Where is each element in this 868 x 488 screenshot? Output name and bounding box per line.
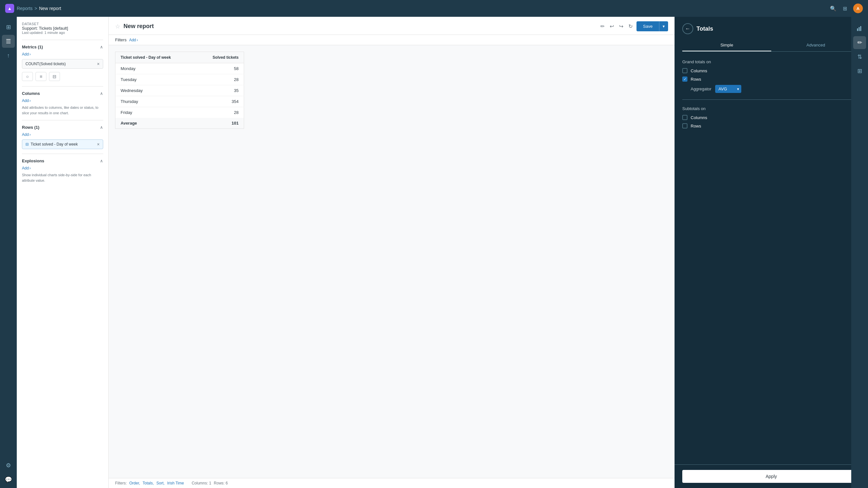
- table-cell-count: 28: [196, 74, 244, 85]
- panel-tabs: Simple Advanced: [682, 39, 860, 52]
- footer-totals[interactable]: Totals,: [143, 481, 154, 485]
- top-nav-icons: 🔍 ⊞ A: [830, 4, 863, 13]
- tab-simple[interactable]: Simple: [682, 39, 771, 51]
- strip-chart-icon[interactable]: [853, 22, 866, 35]
- totals-title: Totals: [696, 26, 713, 32]
- footer-sort[interactable]: Sort,: [156, 481, 164, 485]
- apply-btn-area: Apply: [675, 464, 868, 488]
- table-row: Monday 58: [116, 63, 244, 74]
- chart-btn-circle[interactable]: ○: [22, 72, 33, 81]
- svg-rect-0: [857, 28, 858, 31]
- table-footer: Filters: Order, Totals, Sort, Irish Time…: [108, 478, 675, 488]
- refresh-icon[interactable]: ↻: [627, 22, 634, 31]
- avatar[interactable]: A: [853, 4, 863, 13]
- grand-totals-columns-checkbox[interactable]: [682, 68, 687, 73]
- grand-totals-rows-label: Rows: [691, 77, 701, 82]
- grand-totals-label: Grand totals on: [682, 59, 860, 64]
- columns-toggle[interactable]: ∧: [100, 91, 103, 96]
- totals-panel: ← Totals Simple Advanced Grand totals on…: [675, 17, 868, 488]
- sidebar-item-help[interactable]: 💬: [2, 475, 15, 488]
- table-cell-day: Monday: [116, 63, 196, 74]
- metrics-toggle[interactable]: ∧: [100, 45, 103, 49]
- dataset-name: Support: Tickets [default]: [22, 26, 103, 31]
- strip-sort-icon[interactable]: ⇅: [853, 50, 866, 63]
- subtotals-rows-checkbox[interactable]: [682, 123, 687, 128]
- aggregator-select[interactable]: AVG SUM MIN MAX COUNT: [715, 85, 741, 93]
- report-actions: ✏ ↩ ↪ ↻ Save ▾: [599, 21, 668, 31]
- subtotals-label: Subtotals on: [682, 106, 860, 111]
- sidebar-item-upload[interactable]: ↑: [2, 49, 15, 62]
- grand-totals-rows-checkbox[interactable]: [682, 77, 687, 82]
- footer-order[interactable]: Order,: [129, 481, 140, 485]
- filters-bar: Filters Add ›: [108, 35, 675, 45]
- redo-icon[interactable]: ↪: [618, 22, 625, 31]
- star-icon[interactable]: ☆: [115, 23, 120, 30]
- undo-icon[interactable]: ↩: [609, 22, 615, 31]
- rows-add[interactable]: Add ›: [22, 132, 103, 137]
- subtotals-columns-label: Columns: [691, 115, 707, 120]
- filters-add[interactable]: Add ›: [129, 38, 138, 42]
- table-cell-day: Wednesday: [116, 85, 196, 96]
- table-cell-day: Friday: [116, 107, 196, 118]
- svg-rect-1: [859, 27, 860, 31]
- table-row: Friday 28: [116, 107, 244, 118]
- report-title-area: ☆ New report: [115, 23, 154, 30]
- table-cell-day: Tuesday: [116, 74, 196, 85]
- explosions-toggle[interactable]: ∧: [100, 159, 103, 163]
- grid-icon[interactable]: ⊞: [842, 5, 848, 11]
- table-cell-count: 28: [196, 107, 244, 118]
- search-icon[interactable]: 🔍: [830, 5, 836, 11]
- col1-header: Ticket solved - Day of week: [116, 52, 196, 63]
- table-area: Ticket solved - Day of week Solved ticke…: [108, 45, 675, 478]
- save-button[interactable]: Save: [637, 21, 659, 31]
- rows-toggle[interactable]: ∧: [100, 125, 103, 130]
- footer-columns: Columns: 1: [191, 481, 211, 485]
- explosions-section-header: Explosions ∧: [22, 159, 103, 163]
- subtotals-columns-row: Columns: [682, 115, 860, 120]
- metrics-title: Metrics (1): [22, 45, 43, 49]
- aggregator-label: Aggregator: [691, 86, 711, 91]
- metrics-chip-remove[interactable]: ×: [97, 61, 100, 66]
- strip-table-icon[interactable]: ⊞: [853, 64, 866, 78]
- sidebar-item-settings[interactable]: ⚙: [2, 461, 15, 474]
- subtotals-rows-label: Rows: [691, 124, 701, 128]
- rows-section-header: Rows (1) ∧: [22, 125, 103, 130]
- subtotals-columns-checkbox[interactable]: [682, 115, 687, 120]
- grand-totals-rows-row: Rows: [682, 77, 860, 82]
- breadcrumb-reports[interactable]: Reports: [17, 6, 33, 11]
- explosions-add[interactable]: Add ›: [22, 166, 103, 170]
- save-dropdown-button[interactable]: ▾: [659, 21, 668, 31]
- filters-label: Filters: [115, 37, 126, 42]
- rows-title: Rows (1): [22, 125, 39, 130]
- logo[interactable]: ▲: [5, 4, 14, 13]
- average-label: Average: [116, 118, 196, 129]
- data-table: Ticket solved - Day of week Solved ticke…: [115, 52, 244, 129]
- columns-add[interactable]: Add ›: [22, 98, 103, 103]
- subtotals-rows-row: Rows: [682, 123, 860, 128]
- main-content: ☆ New report ✏ ↩ ↪ ↻ Save ▾ Filters Add …: [108, 17, 675, 488]
- top-nav: ▲ Reports > New report 🔍 ⊞ A: [0, 0, 868, 17]
- metrics-chip-label: COUNT(Solved tickets): [26, 62, 66, 66]
- sidebar-item-reports[interactable]: ☰: [2, 35, 15, 48]
- breadcrumb-current: New report: [39, 6, 61, 11]
- apply-button[interactable]: Apply: [682, 470, 860, 483]
- grand-totals-columns-row: Columns: [682, 68, 860, 73]
- report-title: New report: [123, 23, 154, 30]
- edit-icon[interactable]: ✏: [599, 22, 606, 31]
- table-row: Tuesday 28: [116, 74, 244, 85]
- grand-totals-columns-label: Columns: [691, 68, 707, 73]
- svg-rect-2: [860, 26, 861, 31]
- rows-chip: ⊟ Ticket solved - Day of week ×: [22, 139, 103, 149]
- rows-chip-remove[interactable]: ×: [97, 142, 100, 147]
- tab-advanced[interactable]: Advanced: [771, 39, 860, 51]
- strip-edit-icon[interactable]: ✏: [853, 36, 866, 49]
- chart-btn-bar[interactable]: ≡: [35, 72, 46, 81]
- table-cell-count: 354: [196, 96, 244, 107]
- col2-header: Solved tickets: [196, 52, 244, 63]
- metrics-add[interactable]: Add ›: [22, 52, 103, 56]
- back-button[interactable]: ←: [682, 23, 693, 34]
- footer-time[interactable]: Irish Time: [167, 481, 184, 485]
- chart-btn-table[interactable]: ⊟: [49, 72, 60, 81]
- sidebar-item-home[interactable]: ⊞: [2, 21, 15, 34]
- aggregator-wrapper: AVG SUM MIN MAX COUNT: [715, 85, 741, 93]
